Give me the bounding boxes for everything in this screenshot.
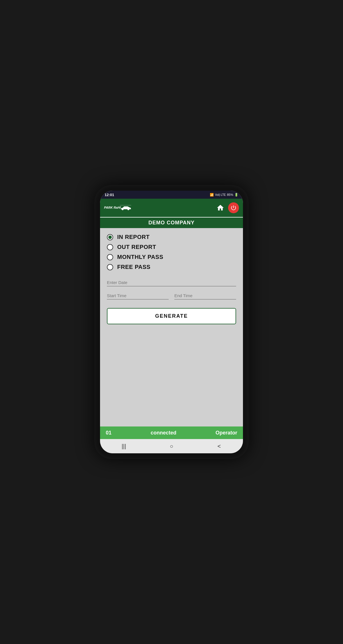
start-time-field [107, 292, 169, 299]
radio-in-report[interactable]: IN REPORT [107, 234, 236, 240]
date-input[interactable] [107, 279, 236, 286]
app-header: PARK RaHI [100, 199, 243, 217]
radio-circle-in-report [107, 234, 113, 240]
phone-screen: 12:01 📶 Vol) LTE 85% 🔋 PARK RaHI [100, 191, 243, 453]
status-time: 12:01 [105, 193, 114, 197]
nav-back-button[interactable]: < [214, 442, 225, 450]
power-button[interactable] [228, 202, 239, 213]
content-spacer [107, 327, 236, 421]
wifi-icon: Vol) LTE [215, 193, 226, 196]
company-banner: DEMO COMPANY [100, 217, 243, 228]
footer-role: Operator [216, 430, 237, 436]
header-icons [215, 202, 239, 213]
home-icon [216, 204, 224, 212]
radio-circle-out-report [107, 244, 113, 250]
power-icon [230, 205, 237, 211]
radio-label-in-report: IN REPORT [117, 234, 149, 240]
nav-menu-button[interactable]: ||| [118, 442, 129, 450]
radio-monthly-pass[interactable]: MONTHLY PASS [107, 254, 236, 260]
battery-icon: 🔋 [234, 193, 238, 197]
home-button[interactable] [215, 202, 226, 213]
battery-text: 85% [227, 193, 233, 196]
park-rahi-logo: PARK RaHI [104, 204, 133, 212]
end-time-field [174, 292, 236, 299]
generate-button[interactable]: GENERATE [107, 308, 236, 324]
status-bar: 12:01 📶 Vol) LTE 85% 🔋 [100, 191, 243, 199]
time-row [107, 292, 236, 299]
start-time-input[interactable] [107, 292, 169, 299]
radio-out-report[interactable]: OUT REPORT [107, 244, 236, 250]
svg-text:PARK RaHI: PARK RaHI [104, 206, 121, 209]
radio-label-monthly-pass: MONTHLY PASS [117, 254, 163, 260]
end-time-input[interactable] [174, 292, 236, 299]
date-field-group [107, 279, 236, 286]
radio-free-pass[interactable]: FREE PASS [107, 264, 236, 270]
company-name: DEMO COMPANY [148, 220, 195, 226]
radio-label-out-report: OUT REPORT [117, 244, 156, 250]
navigation-bar: ||| ○ < [100, 439, 243, 453]
nav-home-button[interactable]: ○ [166, 442, 177, 450]
signal-icon: 📶 [210, 193, 214, 197]
report-type-group: IN REPORT OUT REPORT MONTHLY PASS FREE P… [107, 234, 236, 270]
radio-circle-free-pass [107, 264, 113, 270]
radio-label-free-pass: FREE PASS [117, 264, 150, 270]
main-content: IN REPORT OUT REPORT MONTHLY PASS FREE P… [100, 228, 243, 426]
logo-area: PARK RaHI [104, 204, 133, 212]
status-footer: 01 connected Operator [100, 426, 243, 439]
status-indicators: 📶 Vol) LTE 85% 🔋 [210, 193, 238, 197]
phone-device: 12:01 📶 Vol) LTE 85% 🔋 PARK RaHI [94, 185, 249, 459]
footer-id: 01 [106, 430, 111, 436]
form-section: GENERATE [107, 279, 236, 324]
radio-circle-monthly-pass [107, 254, 113, 260]
footer-status: connected [151, 430, 176, 436]
